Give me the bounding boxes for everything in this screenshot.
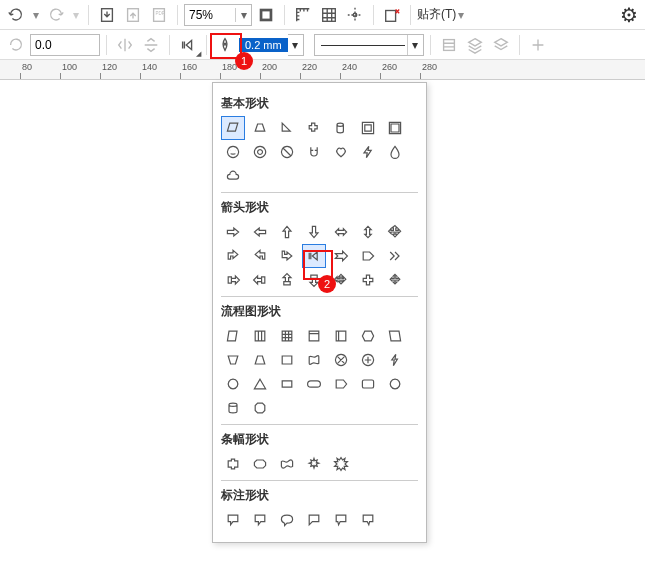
shape-fc-card2[interactable]: [329, 324, 353, 348]
shape-fc-pill[interactable]: [302, 372, 326, 396]
guides-button[interactable]: [343, 3, 367, 27]
shape-burst2[interactable]: [329, 452, 353, 476]
clear-button[interactable]: [380, 3, 404, 27]
shape-smiley[interactable]: [221, 140, 245, 164]
shape-arrow-quad[interactable]: [383, 220, 407, 244]
shape-fc-rect[interactable]: [275, 348, 299, 372]
stroke-width-dropdown-icon[interactable]: ▾: [288, 34, 304, 56]
zoom-combo[interactable]: ▾: [184, 4, 252, 26]
shape-quad-out[interactable]: [383, 268, 407, 292]
shape-plus[interactable]: [302, 116, 326, 140]
shape-fc-rect2[interactable]: [275, 372, 299, 396]
shape-parallelogram[interactable]: [221, 116, 245, 140]
undo-button[interactable]: [4, 3, 28, 27]
shape-tee-l[interactable]: [248, 268, 272, 292]
shape-arrow-lr[interactable]: [329, 220, 353, 244]
shape-pentagon-r[interactable]: [356, 244, 380, 268]
shape-fc-flash[interactable]: [383, 348, 407, 372]
shape-fc-tag[interactable]: [329, 372, 353, 396]
shape-fc-card[interactable]: [302, 324, 326, 348]
shape-fc-rrect[interactable]: [356, 372, 380, 396]
shape-arrow-ud[interactable]: [356, 220, 380, 244]
zoom-input[interactable]: [185, 8, 235, 22]
shape-fc-cols[interactable]: [248, 324, 272, 348]
toolbar-properties: ◢ 0.2 mm ▾ ▾: [0, 30, 645, 60]
shape-bolt[interactable]: [356, 140, 380, 164]
pdf-button: PDF: [147, 3, 171, 27]
shape-frame2[interactable]: [383, 116, 407, 140]
shape-arrow-d[interactable]: [302, 220, 326, 244]
shape-arrow-r[interactable]: [221, 220, 245, 244]
shape-fc-circle[interactable]: [383, 372, 407, 396]
annotation-badge-2: 2: [318, 275, 336, 293]
shape-fc-skew[interactable]: [221, 324, 245, 348]
shape-fc-trap[interactable]: [221, 348, 245, 372]
shape-picker-button[interactable]: ◢: [176, 33, 200, 57]
layers-button: [463, 33, 487, 57]
shape-drop[interactable]: [383, 140, 407, 164]
shape-tee-r[interactable]: [221, 268, 245, 292]
shape-fc-tri[interactable]: [248, 372, 272, 396]
snap-menu[interactable]: 贴齐(T)▾: [417, 6, 464, 23]
stroke-width-combo[interactable]: 0.2 mm ▾: [239, 34, 304, 56]
shape-plus-arrow[interactable]: [356, 268, 380, 292]
shape-banner2[interactable]: [248, 452, 272, 476]
flip-h-button: [113, 33, 137, 57]
shape-arrow-l[interactable]: [248, 220, 272, 244]
shape-triangle-right[interactable]: [275, 116, 299, 140]
shape-burst1[interactable]: [302, 452, 326, 476]
shape-fc-trap2[interactable]: [248, 348, 272, 372]
shape-fc-disc[interactable]: [221, 372, 245, 396]
rotation-input[interactable]: [30, 34, 100, 56]
import-button[interactable]: [95, 3, 119, 27]
shape-callout1[interactable]: [221, 508, 245, 532]
zoom-dropdown-icon[interactable]: ▾: [235, 8, 251, 22]
shape-tee-u[interactable]: [275, 268, 299, 292]
section-title: 箭头形状: [221, 199, 418, 216]
shape-fc-wave[interactable]: [302, 348, 326, 372]
rulers-button[interactable]: [291, 3, 315, 27]
shape-corner-dr[interactable]: [275, 244, 299, 268]
shape-fc-skew2[interactable]: [383, 324, 407, 348]
shape-callout-z[interactable]: [302, 508, 326, 532]
redo-dropdown: ▾: [70, 3, 82, 27]
layers2-button: [489, 33, 513, 57]
svg-rect-10: [443, 39, 454, 50]
shape-fc-grid[interactable]: [275, 324, 299, 348]
shape-callout-oval[interactable]: [275, 508, 299, 532]
shape-cloud[interactable]: [221, 164, 245, 188]
shape-fc-cyl[interactable]: [221, 396, 245, 420]
wrap-button: [437, 33, 461, 57]
section-title: 条幅形状: [221, 431, 418, 448]
shape-wave[interactable]: [275, 452, 299, 476]
stroke-style-combo[interactable]: ▾: [314, 34, 424, 56]
fullscreen-button[interactable]: [254, 3, 278, 27]
svg-rect-6: [323, 8, 336, 21]
shape-frame[interactable]: [356, 116, 380, 140]
shape-cylinder[interactable]: [329, 116, 353, 140]
snap-label: 贴齐(T): [417, 6, 456, 23]
shape-corner-ul[interactable]: [221, 244, 245, 268]
section-title: 流程图形状: [221, 303, 418, 320]
shape-arrow-u[interactable]: [275, 220, 299, 244]
shape-fc-xcircle[interactable]: [329, 348, 353, 372]
shape-callout2[interactable]: [248, 508, 272, 532]
shape-trapezoid[interactable]: [248, 116, 272, 140]
shape-fc-oct[interactable]: [248, 396, 272, 420]
shape-corner-ur[interactable]: [248, 244, 272, 268]
shape-magnet[interactable]: [302, 140, 326, 164]
shape-banner1[interactable]: [221, 452, 245, 476]
shape-heart[interactable]: [329, 140, 353, 164]
shape-fc-pluscircle[interactable]: [356, 348, 380, 372]
grid-button[interactable]: [317, 3, 341, 27]
shape-chev-r[interactable]: [383, 244, 407, 268]
undo-dropdown[interactable]: ▾: [30, 3, 42, 27]
settings-button[interactable]: ⚙: [617, 3, 641, 27]
shape-no[interactable]: [275, 140, 299, 164]
shape-fc-hex[interactable]: [356, 324, 380, 348]
ruler-horizontal: 80100120140160180200220240260280: [0, 60, 645, 80]
shape-donut[interactable]: [248, 140, 272, 164]
shape-callout3[interactable]: [329, 508, 353, 532]
shape-callout4[interactable]: [356, 508, 380, 532]
svg-text:PDF: PDF: [155, 11, 164, 16]
